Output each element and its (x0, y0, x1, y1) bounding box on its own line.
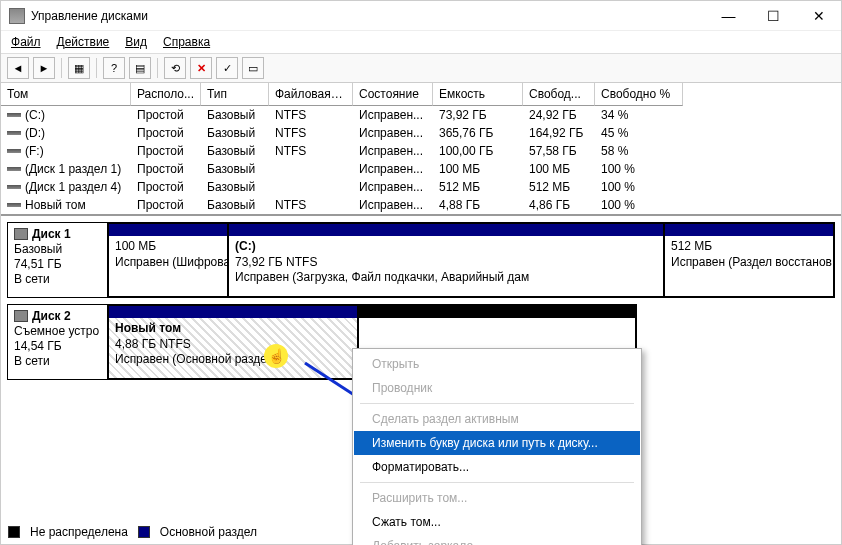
menu-action[interactable]: Действие (57, 35, 110, 49)
ctx-make-active[interactable]: Сделать раздел активным (354, 407, 640, 431)
col-capacity[interactable]: Емкость (433, 83, 523, 106)
maximize-button[interactable]: ☐ (751, 1, 796, 30)
ctx-shrink[interactable]: Сжать том... (354, 510, 640, 534)
col-free[interactable]: Свобод... (523, 83, 595, 106)
disk1-part2[interactable]: (C:)73,92 ГБ NTFSИсправен (Загрузка, Фай… (228, 223, 664, 297)
disk1-part3[interactable]: 512 МБИсправен (Раздел восстанов. (664, 223, 834, 297)
col-layout[interactable]: Располо... (131, 83, 201, 106)
col-freepct[interactable]: Свободно % (595, 83, 683, 106)
disk2-part1[interactable]: Новый том4,88 ГБ NTFSИсправен (Основной … (108, 305, 358, 379)
volume-row[interactable]: (Диск 1 раздел 4)ПростойБазовыйИсправен.… (1, 178, 841, 196)
volume-header: Том Располо... Тип Файловая с... Состоян… (1, 83, 841, 106)
refresh-icon[interactable]: ⟲ (164, 57, 186, 79)
ctx-mirror[interactable]: Добавить зеркало... (354, 534, 640, 545)
list-icon[interactable]: ▭ (242, 57, 264, 79)
col-status[interactable]: Состояние (353, 83, 433, 106)
ctx-explorer[interactable]: Проводник (354, 376, 640, 400)
disk2-info[interactable]: Диск 2 Съемное устро 14,54 ГБ В сети (8, 305, 108, 379)
back-button[interactable]: ◄ (7, 57, 29, 79)
context-menu: Открыть Проводник Сделать раздел активны… (352, 348, 642, 545)
legend: Не распределена Основной раздел (8, 525, 257, 539)
col-type[interactable]: Тип (201, 83, 269, 106)
ctx-format[interactable]: Форматировать... (354, 455, 640, 479)
help-icon[interactable]: ? (103, 57, 125, 79)
legend-primary-swatch (138, 526, 150, 538)
menu-file[interactable]: Файл (11, 35, 41, 49)
volume-row[interactable]: (C:)ПростойБазовыйNTFSИсправен...73,92 Г… (1, 106, 841, 124)
volume-row[interactable]: (F:)ПростойБазовыйNTFSИсправен...100,00 … (1, 142, 841, 160)
pointer-cursor-icon: ☝ (264, 344, 288, 368)
volume-row[interactable]: Новый томПростойБазовыйNTFSИсправен...4,… (1, 196, 841, 214)
forward-button[interactable]: ► (33, 57, 55, 79)
minimize-button[interactable]: — (706, 1, 751, 30)
menubar: Файл Действие Вид Справка (1, 31, 841, 54)
window-title: Управление дисками (31, 9, 706, 23)
volume-row[interactable]: (D:)ПростойБазовыйNTFSИсправен...365,76 … (1, 124, 841, 142)
check-icon[interactable]: ✓ (216, 57, 238, 79)
titlebar: Управление дисками — ☐ ✕ (1, 1, 841, 31)
legend-unalloc-swatch (8, 526, 20, 538)
disk-icon (14, 310, 28, 322)
ctx-extend[interactable]: Расширить том... (354, 486, 640, 510)
app-icon (9, 8, 25, 24)
disk1-info[interactable]: Диск 1 Базовый 74,51 ГБ В сети (8, 223, 108, 297)
menu-help[interactable]: Справка (163, 35, 210, 49)
ctx-change-letter[interactable]: Изменить букву диска или путь к диску... (354, 431, 640, 455)
volume-row[interactable]: (Диск 1 раздел 1)ПростойБазовыйИсправен.… (1, 160, 841, 178)
volume-list: Том Располо... Тип Файловая с... Состоян… (1, 83, 841, 216)
view-button[interactable]: ▦ (68, 57, 90, 79)
disk1-row: Диск 1 Базовый 74,51 ГБ В сети 100 МБИсп… (7, 222, 835, 298)
disk-icon (14, 228, 28, 240)
menu-view[interactable]: Вид (125, 35, 147, 49)
grid-icon[interactable]: ▤ (129, 57, 151, 79)
toolbar: ◄ ► ▦ ? ▤ ⟲ ✕ ✓ ▭ (1, 54, 841, 83)
delete-icon[interactable]: ✕ (190, 57, 212, 79)
ctx-open[interactable]: Открыть (354, 352, 640, 376)
col-fs[interactable]: Файловая с... (269, 83, 353, 106)
close-button[interactable]: ✕ (796, 1, 841, 30)
col-volume[interactable]: Том (1, 83, 131, 106)
disk1-part1[interactable]: 100 МБИсправен (Шифрова (108, 223, 228, 297)
